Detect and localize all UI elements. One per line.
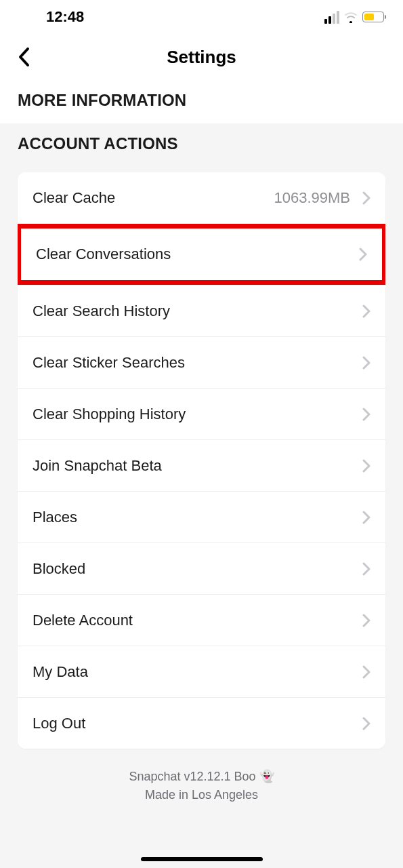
status-indicators: [324, 11, 384, 24]
page-title: Settings: [0, 47, 403, 68]
cache-size-value: 1063.99MB: [274, 189, 350, 207]
delete-account-row[interactable]: Delete Account: [18, 594, 385, 646]
places-row[interactable]: Places: [18, 491, 385, 542]
blocked-row[interactable]: Blocked: [18, 542, 385, 594]
item-label: Clear Conversations: [36, 245, 359, 263]
chevron-right-icon: [362, 717, 370, 730]
item-label: Places: [33, 509, 362, 526]
chevron-right-icon: [362, 191, 370, 205]
chevron-right-icon: [362, 511, 370, 524]
my-data-row[interactable]: My Data: [18, 646, 385, 697]
app-version-footer: Snapchat v12.12.1 Boo 👻 Made in Los Ange…: [0, 749, 403, 804]
clear-shopping-history-row[interactable]: Clear Shopping History: [18, 388, 385, 439]
section-more-information: MORE INFORMATION: [0, 80, 403, 123]
clear-conversations-row[interactable]: Clear Conversations: [21, 229, 382, 280]
made-in-line: Made in Los Angeles: [0, 786, 403, 804]
back-button[interactable]: [11, 43, 38, 71]
item-label: Clear Shopping History: [33, 406, 362, 423]
section-account-actions: ACCOUNT ACTIONS: [0, 123, 403, 167]
clear-sticker-searches-row[interactable]: Clear Sticker Searches: [18, 336, 385, 388]
chevron-right-icon: [359, 248, 367, 261]
item-label: Blocked: [33, 560, 362, 578]
header-bar: Settings: [0, 34, 403, 80]
clear-cache-row[interactable]: Clear Cache 1063.99MB: [18, 172, 385, 224]
version-line: Snapchat v12.12.1 Boo 👻: [0, 768, 403, 786]
join-beta-row[interactable]: Join Snapchat Beta: [18, 439, 385, 491]
chevron-right-icon: [362, 665, 370, 679]
item-label: Clear Sticker Searches: [33, 354, 362, 372]
chevron-right-icon: [362, 356, 370, 370]
item-label: Clear Search History: [33, 302, 362, 320]
battery-icon: [362, 12, 384, 22]
item-label: Delete Account: [33, 612, 362, 629]
item-label: Clear Cache: [33, 189, 274, 207]
chevron-right-icon: [362, 562, 370, 576]
highlight-clear-conversations: Clear Conversations: [18, 224, 385, 285]
chevron-right-icon: [362, 408, 370, 421]
chevron-left-icon: [17, 47, 32, 67]
chevron-right-icon: [362, 459, 370, 473]
cellular-signal-icon: [324, 11, 339, 24]
item-label: Log Out: [33, 715, 362, 732]
item-label: My Data: [33, 663, 362, 681]
chevron-right-icon: [362, 304, 370, 318]
clear-search-history-row[interactable]: Clear Search History: [18, 285, 385, 336]
home-indicator[interactable]: [141, 857, 263, 861]
log-out-row[interactable]: Log Out: [18, 697, 385, 749]
account-actions-list: Clear Cache 1063.99MB Clear Conversation…: [18, 172, 385, 749]
status-time: 12:48: [46, 8, 84, 26]
item-label: Join Snapchat Beta: [33, 457, 362, 475]
wifi-icon: [343, 11, 358, 23]
chevron-right-icon: [362, 614, 370, 627]
status-bar: 12:48: [0, 0, 403, 34]
